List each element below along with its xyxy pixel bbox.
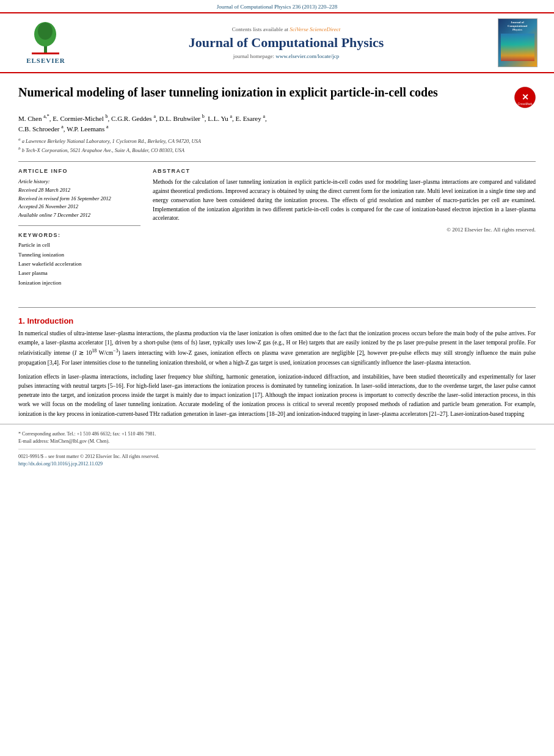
journal-name: Journal of Computational Physics — [79, 35, 493, 51]
svg-rect-4 — [32, 53, 59, 54]
article-history: Article history: Received 28 March 2012 … — [18, 178, 140, 219]
article-info-heading: ARTICLE INFO — [18, 168, 140, 174]
doi-line[interactable]: http://dx.doi.org/10.1016/j.jcp.2012.11.… — [18, 460, 536, 468]
revised-line: Received in revised form 16 September 20… — [18, 195, 140, 203]
abstract-text: Methods for the calculation of laser tun… — [153, 178, 536, 223]
affiliation-a: a a Lawrence Berkeley National Laborator… — [18, 136, 536, 145]
keyword-3: Laser wakefield acceleration — [18, 260, 140, 269]
section1-paragraph1: In numerical studies of ultra-intense la… — [18, 329, 536, 368]
email-footnote: E-mail address: MinChen@lbl.gov (M. Chen… — [18, 438, 536, 445]
keywords-heading: Keywords: — [18, 232, 140, 238]
journal-title-block: Contents lists available at SciVerse Sci… — [79, 26, 493, 59]
abstract-column: ABSTRACT Methods for the calculation of … — [153, 168, 536, 287]
elsevier-text: ELSEVIER — [26, 57, 65, 64]
article-footer: * Corresponding author. Tel.: +1 510 486… — [0, 424, 554, 474]
info-abstract-columns: ARTICLE INFO Article history: Received 2… — [18, 168, 536, 287]
thumbnail-title: Journal of Computational Physics — [508, 21, 527, 32]
footer-divider — [18, 449, 536, 449]
section-divider — [18, 161, 536, 162]
journal-reference: Journal of Computational Physics 236 (20… — [0, 0, 554, 12]
sciverse-link[interactable]: SciVerse ScienceDirect — [290, 26, 340, 32]
keyword-4: Laser plasma — [18, 269, 140, 278]
keyword-2: Tunneling ionization — [18, 250, 140, 260]
svg-text:✕: ✕ — [522, 92, 529, 102]
keyword-1: Particle in cell — [18, 241, 140, 250]
accepted-line: Accepted 26 November 2012 — [18, 203, 140, 211]
contents-available-line: Contents lists available at SciVerse Sci… — [79, 26, 493, 32]
license-line: 0021-9991/$ – see front matter © 2012 El… — [18, 453, 536, 460]
svg-point-3 — [38, 23, 53, 40]
article-title: Numerical modeling of laser tunneling io… — [18, 84, 508, 100]
corresponding-author-footnote: * Corresponding author. Tel.: +1 510 486… — [18, 431, 536, 438]
article-body: 1. Introduction In numerical studies of … — [0, 307, 554, 419]
elsevier-logo: ELSEVIER — [26, 22, 65, 64]
keyword-5: Ionization injection — [18, 278, 140, 288]
journal-cover-thumbnail: Journal of Computational Physics — [493, 18, 542, 67]
journal-header: ELSEVIER Contents lists available at Sci… — [0, 12, 554, 73]
crossmark-badge-icon[interactable]: ✕ CrossMark — [514, 87, 536, 108]
affiliations-block: a a Lawrence Berkeley National Laborator… — [18, 136, 536, 154]
authors-line: M. Chen a,*, E. Cormier-Michel b, C.G.R.… — [18, 113, 536, 134]
journal-cover-image: Journal of Computational Physics — [498, 18, 538, 67]
article-title-section: Numerical modeling of laser tunneling io… — [18, 84, 536, 108]
body-divider — [18, 307, 536, 308]
online-line: Available online 7 December 2012 — [18, 211, 140, 220]
article-info-column: ARTICLE INFO Article history: Received 2… — [18, 168, 140, 287]
keywords-divider — [18, 225, 140, 226]
journal-homepage: journal homepage: www.elsevier.com/locat… — [79, 53, 493, 59]
section1-title: 1. Introduction — [18, 316, 536, 325]
article-main: Numerical modeling of laser tunneling io… — [0, 73, 554, 301]
abstract-heading: ABSTRACT — [153, 168, 536, 174]
elsevier-tree-icon — [29, 22, 62, 56]
publisher-logo: ELSEVIER — [12, 22, 79, 64]
affiliation-b: b b Tech-X Corporation, 5621 Arapahoe Av… — [18, 145, 536, 154]
section1-paragraph2: Ionization effects in laser–plasma inter… — [18, 373, 536, 419]
keywords-block: Keywords: Particle in cell Tunneling ion… — [18, 232, 140, 287]
abstract-copyright: © 2012 Elsevier Inc. All rights reserved… — [153, 227, 536, 233]
received-line: Received 28 March 2012 — [18, 186, 140, 195]
svg-text:CrossMark: CrossMark — [517, 102, 533, 106]
thumbnail-image — [501, 34, 534, 61]
history-label: Article history: — [18, 178, 140, 186]
